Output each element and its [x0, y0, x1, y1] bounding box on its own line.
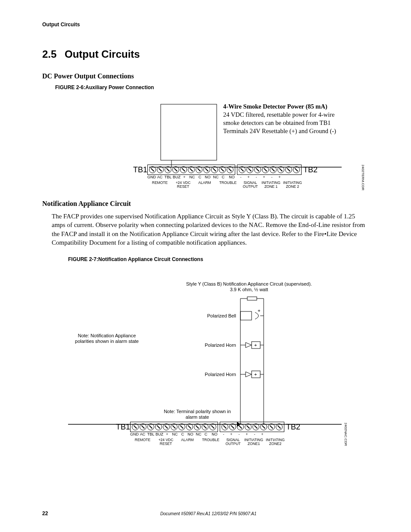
bell-label: Polarized Bell — [189, 313, 236, 319]
svg-rect-0 — [161, 104, 217, 160]
terminal-icon — [277, 166, 284, 173]
terminal-icon — [172, 166, 179, 173]
terminal-icon — [227, 166, 234, 173]
svg-rect-11 — [252, 371, 260, 378]
terminal-icon — [180, 166, 187, 173]
terminal-icon — [147, 423, 154, 430]
terminal-icon — [221, 423, 228, 430]
terminal-icon — [270, 166, 277, 173]
terminal-icon — [268, 423, 275, 430]
page-header: Output Circuits — [42, 22, 369, 28]
tb1-label-2: TB1 — [111, 423, 130, 432]
tb1-block-2 — [130, 422, 218, 432]
horn1-label: Polarized Horn — [189, 342, 236, 348]
terminal-icon — [196, 166, 202, 173]
terminal-icon — [186, 423, 193, 430]
detector-text: 4-Wire Smoke Detector Power (85 mA) 24 V… — [223, 103, 361, 135]
detector-line3: Terminals 24V Resettable (+) and Ground … — [223, 127, 361, 135]
terminal-icon — [254, 166, 261, 173]
figure-2-6-caption: FIGURE 2-6:Auxiliary Power Connection — [55, 84, 369, 90]
figure-2-7-caption: FIGURE 2-7:Notification Appliance Circui… — [68, 256, 369, 262]
section-name: Output Circuits — [65, 48, 140, 60]
pin-labels-row2: GND AC TBL BUZ + NC C NO NC C NO - + - +… — [130, 432, 352, 436]
tb2-label: TB2 — [302, 165, 319, 174]
tb2-label-2: TB2 — [284, 423, 302, 432]
terminal-icon — [239, 166, 246, 173]
terminal-icon — [157, 166, 164, 173]
nac-heading: Notification Appliance Circuit — [42, 200, 369, 208]
terminal-icon — [149, 166, 156, 173]
terminal-icon — [194, 423, 201, 430]
tb2-block-2 — [220, 422, 284, 432]
figure-title: Notification Appliance Circuit Connectio… — [98, 256, 203, 262]
terminal-icon — [229, 423, 236, 430]
terminal-icon — [252, 423, 259, 430]
terminal-icon — [202, 423, 209, 430]
side-code-2: 2402NAC.CDR — [344, 423, 348, 446]
terminal-icon — [262, 166, 269, 173]
terminal-icon — [165, 166, 171, 173]
terminal-icon — [276, 423, 283, 430]
terminal-icon — [132, 423, 139, 430]
nac-body: The FACP provides one supervised Notific… — [52, 212, 369, 247]
group-labels-row1: REMOTE +24 VDC RESET ALARM TROUBLE SIGNA… — [147, 181, 361, 189]
terminal-icon — [246, 166, 253, 173]
figure-2-7: + + + Style Y (Class B) Notification App… — [42, 268, 369, 458]
figure-prefix: FIGURE 2-6: — [55, 84, 85, 90]
doc-info: Document #50907 Rev.A1 12/03/02 P/N 5090… — [48, 511, 369, 516]
page-number: 22 — [42, 510, 48, 516]
terminal-icon — [209, 423, 216, 430]
horn2-label: Polarized Horn — [189, 372, 236, 377]
terminal-icon — [203, 166, 210, 173]
fig27-top-caption: Style Y (Class B) Notification Appliance… — [171, 281, 327, 292]
terminal-icon — [188, 166, 195, 173]
terminal-icon — [260, 423, 267, 430]
side-code-1: 2402TERM.CDR — [361, 165, 365, 190]
terminal-icon — [178, 423, 185, 430]
svg-rect-4 — [247, 297, 257, 300]
svg-text:+: + — [254, 372, 257, 377]
terminal-icon — [237, 423, 244, 430]
terminal-icon — [140, 423, 146, 430]
note-polarity: Note: Notification Appliance polarities … — [59, 333, 154, 344]
terminal-icon — [163, 423, 170, 430]
terminal-icon — [293, 166, 300, 173]
tb2-block — [237, 165, 302, 175]
detector-title: 4-Wire Smoke Detector Power (85 mA) — [223, 103, 361, 111]
terminal-icon — [171, 423, 177, 430]
figure-2-6: 4-Wire Smoke Detector Power (85 mA) 24 V… — [42, 96, 369, 200]
terminal-icon — [155, 423, 162, 430]
page-footer: 22 Document #50907 Rev.A1 12/03/02 P/N 5… — [42, 510, 369, 516]
svg-rect-6 — [240, 311, 252, 320]
detector-line1: 24 VDC filtered, resettable power for 4-… — [223, 111, 361, 119]
dc-heading: DC Power Output Connections — [42, 72, 369, 80]
tb1-label: TB1 — [128, 165, 147, 174]
terminal-icon — [285, 166, 292, 173]
detector-line2: smoke detectors can be obtained from TB1 — [223, 119, 361, 127]
group-labels-row2: REMOTE +24 VDC RESET ALARM TROUBLE SIGNA… — [130, 438, 352, 446]
terminal-polarity-note: Note: Terminal polarity shown in alarm s… — [141, 409, 253, 420]
svg-text:+: + — [254, 342, 257, 348]
pin-labels-row1: GND AC TBL BUZ + NC C NO NC C NO - + - +… — [147, 175, 361, 179]
tb1-block — [147, 165, 235, 175]
terminal-icon — [245, 423, 252, 430]
figure-prefix: FIGURE 2-7: — [68, 256, 98, 262]
svg-text:+: + — [258, 308, 260, 313]
figure-title: Auxiliary Power Connection — [85, 84, 154, 90]
section-number: 2.5 — [42, 48, 65, 60]
section-title: 2.5Output Circuits — [42, 48, 369, 60]
svg-rect-8 — [252, 342, 260, 348]
terminal-icon — [211, 166, 218, 173]
terminal-icon — [219, 166, 226, 173]
